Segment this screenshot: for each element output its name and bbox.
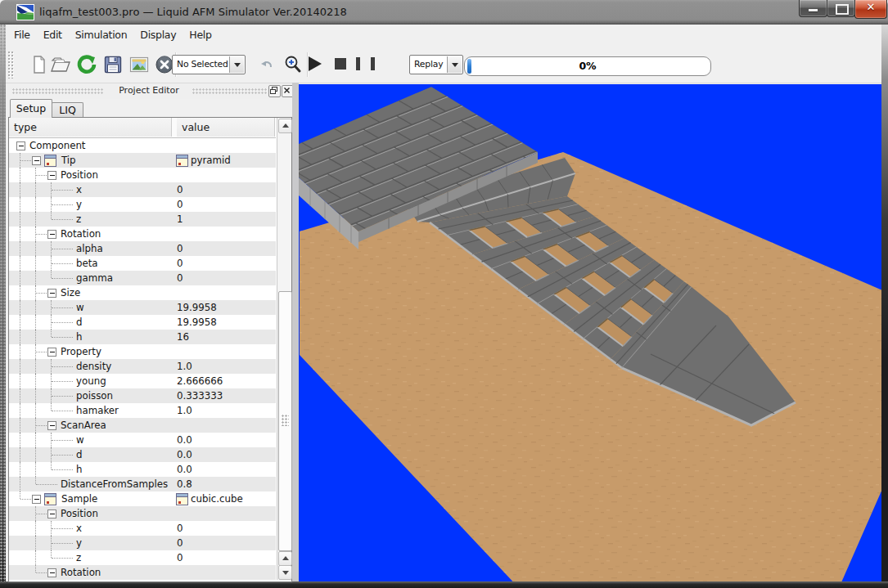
tree-guide — [52, 455, 73, 456]
float-icon — [269, 86, 278, 95]
collapse-icon[interactable] — [47, 568, 56, 577]
tree-row-poisson[interactable]: poisson0.333333 — [9, 388, 276, 403]
zoom-in-button[interactable] — [282, 54, 304, 75]
tree-label: Size — [61, 287, 80, 298]
tree-guide — [20, 477, 21, 491]
title-bar[interactable]: liqafm_test003.pro — Liquid AFM Simulato… — [0, 0, 888, 25]
collapse-icon[interactable] — [47, 421, 56, 430]
save-button[interactable] — [102, 54, 124, 75]
menu-display[interactable]: Display — [133, 25, 183, 47]
tree-row-component[interactable]: Component — [9, 138, 276, 153]
tree-row-x[interactable]: x0 — [9, 521, 276, 536]
splitter[interactable] — [292, 83, 299, 581]
tree-row-alpha[interactable]: alpha0 — [9, 241, 276, 256]
maximize-button[interactable] — [827, 0, 855, 17]
tree-row-sample[interactable]: Samplecubic.cube — [9, 491, 276, 506]
menu-simulation[interactable]: Simulation — [69, 25, 134, 47]
tree-guide — [52, 190, 73, 191]
tree-row-y[interactable]: y0 — [9, 197, 276, 212]
replay-combo[interactable]: Replay — [409, 55, 463, 74]
toolbar-drag-handle[interactable] — [7, 51, 14, 79]
tree-row-size[interactable]: Size — [9, 285, 276, 300]
tree-row-z[interactable]: z1 — [9, 212, 276, 227]
tab-liq[interactable]: LIQ — [52, 102, 83, 118]
collapse-icon[interactable] — [32, 156, 41, 165]
scroll-down-button[interactable] — [278, 565, 292, 580]
selection-combo[interactable]: No Selected — [172, 55, 246, 74]
tree-guide — [20, 433, 21, 447]
collapse-icon[interactable] — [47, 348, 56, 357]
menu-file[interactable]: File — [7, 25, 37, 47]
tree-guide — [20, 271, 21, 285]
column-header-type[interactable]: type — [9, 118, 172, 137]
tree-row-young[interactable]: young2.666666 — [9, 374, 276, 388]
tree-row-y[interactable]: y0 — [9, 536, 276, 550]
tree-row-d[interactable]: d19.9958 — [9, 315, 276, 330]
tree-guide — [20, 212, 21, 227]
menu-edit[interactable]: Edit — [37, 25, 69, 47]
dock-float-button[interactable] — [268, 85, 281, 97]
tree-row-h[interactable]: h16 — [9, 330, 276, 344]
tree-row-z[interactable]: z0 — [9, 550, 276, 565]
tree-scrollbar[interactable] — [277, 118, 291, 580]
collapse-icon[interactable] — [47, 230, 56, 239]
tree-guide — [36, 234, 47, 236]
tree-guide — [52, 528, 73, 530]
tree-value: 19.9958 — [177, 302, 217, 313]
new-file-button[interactable] — [29, 54, 50, 75]
tree-label: density — [76, 361, 111, 372]
tree-row-w[interactable]: w0.0 — [9, 433, 276, 447]
collapse-icon[interactable] — [32, 495, 41, 504]
tree-row-hamaker[interactable]: hamaker1.0 — [9, 403, 276, 418]
chevron-down-icon[interactable] — [447, 56, 462, 73]
tree-guide — [52, 249, 73, 250]
tree-guide — [20, 197, 21, 212]
collapse-icon[interactable] — [47, 171, 56, 180]
collapse-icon[interactable] — [16, 141, 25, 150]
minimize-button[interactable] — [799, 0, 827, 17]
tree-guide — [51, 550, 52, 558]
tree-row-x[interactable]: x0 — [9, 182, 276, 197]
tree-guide — [52, 204, 73, 206]
collapse-icon[interactable] — [47, 289, 56, 298]
tree-row-tip[interactable]: Tippyramid — [9, 153, 276, 168]
tree-row-position[interactable]: Position — [9, 506, 276, 521]
tree-guide — [52, 263, 73, 265]
tree-row-gamma[interactable]: gamma0 — [9, 271, 276, 285]
tree-row-distancefromsamples[interactable]: DistanceFromSamples0.8 — [9, 477, 276, 491]
dock-titlebar[interactable]: Project Editor — [6, 83, 292, 99]
toolbar: No Selected Replay 0% — [6, 47, 881, 83]
tree-row-h[interactable]: h0.0 — [9, 462, 276, 477]
tree-row-w[interactable]: w19.9958 — [9, 300, 276, 315]
tree-row-density[interactable]: density1.0 — [9, 359, 276, 374]
tree-guide — [35, 256, 37, 271]
tree-row-rotation[interactable]: Rotation — [9, 565, 276, 580]
tab-setup[interactable]: Setup — [10, 99, 52, 118]
collapse-icon[interactable] — [47, 509, 56, 518]
open-project-button[interactable] — [50, 54, 71, 75]
zoom-in-icon — [282, 54, 304, 75]
play-button[interactable] — [309, 56, 322, 71]
menu-help[interactable]: Help — [183, 25, 218, 47]
chevron-down-icon[interactable] — [229, 56, 244, 73]
tree-row-scanarea[interactable]: ScanArea — [9, 418, 276, 433]
tree-row-rotation[interactable]: Rotation — [9, 227, 276, 241]
stop-button[interactable] — [335, 58, 346, 70]
viewport-3d[interactable] — [299, 84, 881, 581]
reload-button[interactable] — [76, 54, 97, 75]
menu-bar: FileEditSimulationDisplayHelp — [6, 25, 881, 47]
tree-row-beta[interactable]: beta0 — [9, 256, 276, 271]
tree-row-d[interactable]: d0.0 — [9, 447, 276, 462]
pause-button[interactable] — [356, 57, 375, 70]
undo-button[interactable] — [259, 57, 280, 79]
snapshot-button[interactable] — [128, 54, 150, 75]
close-button[interactable]: ✕ — [854, 0, 887, 19]
tree-row-position[interactable]: Position — [9, 168, 276, 182]
scroll-up-button[interactable] — [278, 119, 292, 133]
scroll-thumb[interactable] — [278, 291, 292, 551]
maximize-icon — [836, 4, 849, 15]
column-header-value[interactable]: value — [177, 118, 275, 137]
scroll-up-button2[interactable] — [278, 551, 292, 566]
tree-row-property[interactable]: Property — [9, 344, 276, 359]
tree-guide — [52, 307, 73, 309]
